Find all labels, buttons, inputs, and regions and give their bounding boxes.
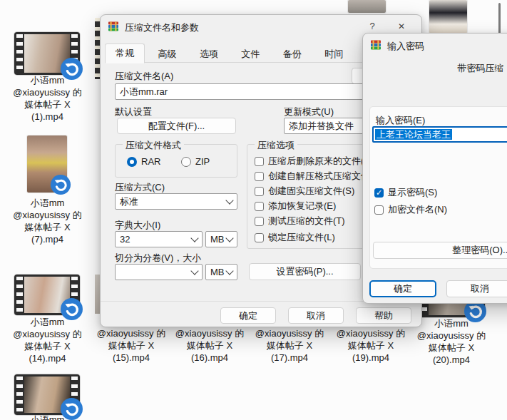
split-volumes-label: 切分为分卷(V)，大小 xyxy=(115,252,201,265)
file-name-line: 媒体帖子 X xyxy=(328,339,414,352)
file-name-line: 媒体帖子 X xyxy=(88,339,174,352)
file-name-line: 媒体帖子 X xyxy=(409,342,494,354)
tab-general[interactable]: 常规 xyxy=(105,43,145,63)
file-name[interactable]: @xiaoyusissy 的 媒体帖子 X (17).mp4 xyxy=(247,327,332,364)
archive-name-input[interactable]: 小语mm.rar xyxy=(115,83,394,100)
file-name[interactable]: 小语mm @xiaoyusissy 的 媒体帖子 X (14).mp4 xyxy=(0,316,95,364)
cancel-button[interactable]: 取消 xyxy=(288,307,344,324)
ok-button[interactable]: 确定 xyxy=(369,280,436,297)
file-name-line: 小语mm xyxy=(0,74,95,86)
chevron-down-icon xyxy=(190,234,198,242)
checkbox-icon xyxy=(255,187,264,196)
file-name-line: (16).mp4 xyxy=(167,352,252,364)
checkbox-test-files[interactable]: 测试压缩的文件(T) xyxy=(255,215,345,227)
profiles-button-label: 配置文件(F)... xyxy=(118,118,235,133)
chevron-down-icon xyxy=(190,267,198,275)
password-panel: 输入密码(E) 上老王论坛当老王 显示密码(S) 加密文件名(N) 整理密码(O… xyxy=(369,106,507,269)
file-name[interactable]: @xiaoyusissy 的 媒体帖子 X (15).mp4 xyxy=(88,327,174,364)
file-name[interactable]: @xiaoyusissy 的 媒体帖子 X (16).mp4 xyxy=(167,327,252,364)
set-password-button[interactable]: 设置密码(P)... xyxy=(249,263,361,280)
checkbox-icon xyxy=(255,172,264,181)
archive-name-label: 压缩文件名(A) xyxy=(115,70,173,83)
encrypt-filenames-checkbox[interactable]: 加密文件名(N) xyxy=(374,203,447,216)
cancel-button[interactable]: 取消 xyxy=(446,280,507,297)
filmstrip-holes xyxy=(16,377,23,413)
filmstrip-holes xyxy=(16,34,23,73)
password-dialog-titlebar[interactable]: 输入密码 xyxy=(363,34,507,56)
checkbox-label: 创建固实压缩文件(S) xyxy=(268,185,354,198)
file-name-line: @xiaoyusissy 的 xyxy=(0,328,95,340)
scrollbar[interactable] xyxy=(498,3,501,34)
file-name-line: @xiaoyusissy 的 xyxy=(167,327,252,339)
file-name[interactable]: 小语mm @xiaoyusissy 的 媒体帖子 X (1).mp4 xyxy=(0,74,95,123)
archiving-options-group: 压缩选项 压缩后删除原来的文件(D) 创建自解压格式压缩文件 创建固实压缩文件(… xyxy=(247,144,368,249)
cancel-label: 取消 xyxy=(447,281,507,297)
close-icon[interactable]: ✕ xyxy=(390,19,413,34)
sync-badge-icon xyxy=(50,174,71,195)
organize-passwords-button[interactable]: 整理密码(O)... xyxy=(373,242,507,259)
checkbox-icon xyxy=(255,202,264,211)
zip-radio-label: ZIP xyxy=(195,156,210,167)
video-thumbnail[interactable] xyxy=(14,275,80,315)
video-thumbnail[interactable] xyxy=(14,374,80,415)
tab-backup[interactable]: 备份 xyxy=(273,45,312,63)
help-label: 帮助 xyxy=(357,308,411,323)
split-unit-select[interactable]: MB xyxy=(205,264,237,280)
cancel-label: 取消 xyxy=(289,308,343,323)
checkbox-label: 测试压缩的文件(T) xyxy=(268,215,345,227)
compression-method-select[interactable]: 标准 xyxy=(115,193,237,210)
archiving-options-label: 压缩选项 xyxy=(255,139,297,152)
format-group: 压缩文件格式 RAR ZIP xyxy=(115,144,237,178)
file-name-line: @xiaoyusissy 的 xyxy=(0,209,95,221)
winrar-icon xyxy=(108,21,119,32)
sneaker-thumbnail[interactable] xyxy=(429,0,467,34)
checkbox-delete-files[interactable]: 压缩后删除原来的文件(D) xyxy=(255,155,374,168)
checkbox-icon xyxy=(374,188,384,198)
file-name[interactable]: 小语mm @xiaoyusissy 的 媒体帖子 X (20).mp4 xyxy=(409,317,494,366)
tab-time[interactable]: 时间 xyxy=(314,45,353,63)
file-name-line: 小语mm xyxy=(0,316,95,328)
show-password-checkbox[interactable]: 显示密码(S) xyxy=(374,186,437,199)
checkbox-lock-archive[interactable]: 锁定压缩文件(L) xyxy=(255,231,335,244)
enter-password-label: 输入密码(E) xyxy=(376,114,425,127)
chevron-down-icon xyxy=(225,234,233,242)
checkbox-label: 显示密码(S) xyxy=(388,186,437,199)
password-dialog: 输入密码 带密码压缩 输入密码(E) 上老王论坛当老王 显示密码(S) 加密文件… xyxy=(362,33,507,304)
winrar-icon xyxy=(370,39,381,51)
ok-label: 确定 xyxy=(221,308,275,323)
dictionary-size-label: 字典大小(I) xyxy=(115,219,160,232)
dialog-title: 输入密码 xyxy=(387,40,424,53)
ok-button[interactable]: 确定 xyxy=(220,307,276,324)
help-button-bottom[interactable]: 帮助 xyxy=(356,307,411,324)
file-name[interactable]: 小语mm xyxy=(0,414,95,420)
file-name-line: @xiaoyusissy 的 xyxy=(0,86,95,98)
file-name-line: @xiaoyusissy 的 xyxy=(409,329,494,342)
radio-icon xyxy=(181,157,191,167)
chevron-down-icon xyxy=(225,267,233,275)
filmstrip-holes xyxy=(16,277,23,313)
dictionary-unit-select[interactable]: MB xyxy=(205,231,237,247)
file-name-line: 媒体帖子 X xyxy=(0,221,95,233)
checkbox-recovery-record[interactable]: 添加恢复记录(E) xyxy=(255,200,336,212)
file-name-line: @xiaoyusissy 的 xyxy=(328,327,414,339)
tab-advanced[interactable]: 高级 xyxy=(148,45,186,63)
compression-method-value: 标准 xyxy=(120,194,138,209)
checkbox-solid-archive[interactable]: 创建固实压缩文件(S) xyxy=(255,185,354,198)
checkbox-icon xyxy=(374,205,384,215)
split-volumes-select[interactable] xyxy=(115,264,203,280)
file-name[interactable]: @xiaoyusissy 的 媒体帖子 X (19).mp4 xyxy=(328,327,414,364)
tab-files[interactable]: 文件 xyxy=(231,45,270,63)
help-button[interactable]: ? xyxy=(363,19,381,34)
rar-radio[interactable]: RAR xyxy=(127,156,160,167)
occluded-thumbnail[interactable] xyxy=(348,0,386,13)
video-thumbnail[interactable] xyxy=(14,32,80,75)
file-name-line: @xiaoyusissy 的 xyxy=(247,327,332,339)
profiles-button[interactable]: 配置文件(F)... xyxy=(117,118,236,134)
file-name[interactable]: 小语mm @xiaoyusissy 的 媒体帖子 X (7).mp4 xyxy=(0,197,95,245)
dictionary-size-select[interactable]: 32 xyxy=(115,231,203,247)
zip-radio[interactable]: ZIP xyxy=(181,156,210,167)
password-input[interactable]: 上老王论坛当老王 xyxy=(372,126,507,143)
occluded-thumbnail-sliver xyxy=(95,275,100,314)
checkbox-create-sfx[interactable]: 创建自解压格式压缩文件 xyxy=(255,170,370,183)
tab-options[interactable]: 选项 xyxy=(190,45,228,63)
